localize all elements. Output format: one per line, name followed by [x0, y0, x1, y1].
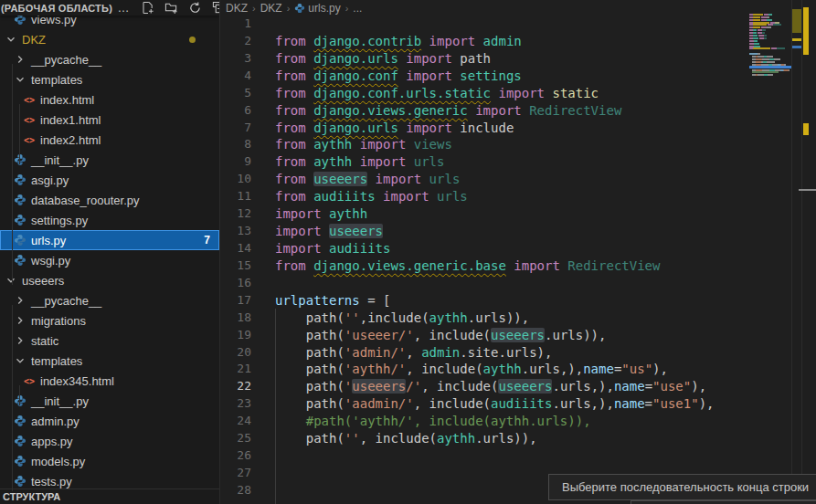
- tree-item-useeers[interactable]: useeers: [0, 270, 219, 290]
- tree-item-label: index345.html: [40, 374, 114, 388]
- scrollbar-slider-edge[interactable]: [799, 189, 816, 191]
- line-content: path('useeers/', include(useeers.urls,),…: [251, 378, 706, 395]
- tree-item-__init__.py[interactable]: __init__.py: [0, 391, 219, 411]
- vscode-window: (РАБОЧАЯ ОБЛАСТЬ) … views.pyDKZ__pycache…: [0, 0, 816, 504]
- line-content: import aythh: [251, 205, 367, 223]
- tree-item-settings.py[interactable]: settings.py: [0, 210, 219, 230]
- line-content: path('aadmin/', include(audiiits.urls,),…: [251, 395, 714, 413]
- line-number: 15: [220, 257, 251, 275]
- new-file-icon[interactable]: [140, 1, 155, 16]
- code-line-14[interactable]: 14import audiiits: [220, 240, 789, 257]
- python-icon: [13, 152, 27, 167]
- tree-item-migrations[interactable]: migrations: [0, 310, 219, 331]
- code-line-8[interactable]: 8from aythh import views: [220, 136, 789, 153]
- code-line-13[interactable]: 13import useeers: [220, 223, 789, 240]
- outline-section-header[interactable]: СТРУКТУРА: [0, 488, 219, 504]
- line-number: 26: [220, 447, 251, 465]
- line-number: 2: [220, 33, 251, 50]
- tree-item-label: DKZ: [22, 33, 46, 47]
- code-line-20[interactable]: 20 path('admin/', admin.site.urls),: [220, 344, 789, 362]
- code-line-17[interactable]: 17urlpatterns = [: [220, 292, 789, 310]
- code-line-25[interactable]: 25 path('', include(aythh.urls)),: [220, 430, 789, 447]
- line-content: [251, 465, 275, 482]
- tree-item-label: wsgi.py: [31, 254, 70, 268]
- minimap[interactable]: [749, 11, 791, 99]
- code-line-2[interactable]: 2from django.contrib import admin: [220, 33, 789, 50]
- tree-item-templates[interactable]: templates: [0, 351, 219, 371]
- code-line-22[interactable]: 22 path('useeers/', include(useeers.urls…: [220, 378, 789, 395]
- code-line-3[interactable]: 3from django.urls import path: [220, 50, 789, 68]
- breadcrumb-item-DKZ[interactable]: DKZ: [260, 2, 282, 15]
- breadcrumb-item-...[interactable]: ...: [353, 2, 362, 15]
- more-actions-icon[interactable]: …: [116, 1, 132, 16]
- tree-item-urls.py[interactable]: urls.py7: [0, 230, 219, 250]
- html-icon: <>: [22, 112, 37, 127]
- overview-ruler-warning-marker[interactable]: [803, 7, 809, 55]
- tree-item-__pycache__[interactable]: __pycache__: [0, 49, 219, 69]
- tree-item-views.py[interactable]: views.py: [0, 15, 219, 29]
- line-content: from django.urls import include: [251, 120, 514, 137]
- tree-item-admin.py[interactable]: admin.py: [0, 411, 219, 431]
- chevron-right-icon: [13, 293, 27, 308]
- line-content: from aythh import urls: [251, 153, 444, 171]
- tree-item-models.py[interactable]: models.py: [0, 451, 219, 471]
- python-icon: [13, 474, 27, 488]
- explorer-sidebar: (РАБОЧАЯ ОБЛАСТЬ) … views.pyDKZ__pycache…: [0, 0, 220, 504]
- breadcrumb-separator: ›: [344, 3, 351, 14]
- tree-item-label: settings.py: [31, 214, 88, 227]
- code-line-23[interactable]: 23 path('aadmin/', include(audiiits.urls…: [220, 395, 789, 413]
- code-line-16[interactable]: 16: [220, 275, 789, 292]
- tree-item-__pycache__[interactable]: __pycache__: [0, 290, 219, 310]
- code-line-11[interactable]: 11from audiiits import urls: [220, 188, 789, 205]
- breadcrumb: DKZ›DKZ›urls.py›...: [220, 0, 816, 16]
- python-icon: [13, 414, 27, 428]
- tree-item-static[interactable]: static: [0, 331, 219, 351]
- code-line-12[interactable]: 12import aythh: [220, 205, 789, 223]
- code-line-26[interactable]: 26: [220, 447, 789, 465]
- code-line-18[interactable]: 18 path('',include(aythh.urls)),: [220, 310, 789, 327]
- tree-item-index345.html[interactable]: <>index345.html: [0, 371, 219, 391]
- refresh-icon[interactable]: [187, 1, 203, 16]
- code-line-19[interactable]: 19 path('useeer/', include(useeers.urls)…: [220, 327, 789, 344]
- code-area[interactable]: 12from django.contrib import admin3from …: [220, 16, 789, 499]
- overview-ruler-warning-marker[interactable]: [803, 123, 809, 135]
- tree-item-wsgi.py[interactable]: wsgi.py: [0, 250, 219, 270]
- breadcrumb-item-urls.py[interactable]: urls.py: [308, 2, 340, 15]
- editor-pane: DKZ›DKZ›urls.py›... 12from django.contri…: [220, 0, 816, 504]
- tree-item-__init__.py[interactable]: __init__.py: [0, 150, 219, 170]
- outline-header-label: СТРУКТУРА: [3, 491, 60, 502]
- tree-item-asgi.py[interactable]: asgi.py: [0, 170, 219, 190]
- breadcrumb-item-DKZ[interactable]: DKZ: [226, 2, 248, 15]
- tree-item-apps.py[interactable]: apps.py: [0, 431, 219, 451]
- tree-item-DKZ[interactable]: DKZ: [0, 29, 219, 49]
- tree-item-label: index2.html: [40, 133, 101, 147]
- code-line-21[interactable]: 21 path('aythh/', include(aythh.urls,),n…: [220, 361, 789, 378]
- code-line-9[interactable]: 9from aythh import urls: [220, 153, 789, 171]
- line-content: #path('aythh/', include(aythh.urls)),: [251, 413, 591, 430]
- code-line-7[interactable]: 7from django.urls import include: [220, 120, 789, 137]
- tree-item-templates[interactable]: templates: [0, 69, 219, 89]
- code-line-4[interactable]: 4from django.conf import settings: [220, 68, 789, 85]
- code-line-24[interactable]: 24 #path('aythh/', include(aythh.urls)),: [220, 413, 789, 430]
- new-folder-icon[interactable]: [164, 1, 179, 16]
- tree-item-index2.html[interactable]: <>index2.html: [0, 130, 219, 150]
- code-line-15[interactable]: 15from django.views.generic.base import …: [220, 257, 789, 275]
- tree-item-label: templates: [31, 73, 82, 87]
- tree-item-database_roouter.py[interactable]: database_roouter.py: [0, 190, 219, 210]
- line-number: 7: [220, 120, 251, 137]
- code-line-5[interactable]: 5from django.conf.urls.static import sta…: [220, 85, 789, 102]
- tree-item-label: templates: [31, 354, 82, 368]
- scrollbar-border: [801, 0, 802, 504]
- line-number: 10: [220, 171, 251, 188]
- code-line-10[interactable]: 10from useeers import urls: [220, 171, 789, 188]
- tree-item-index1.html[interactable]: <>index1.html: [0, 110, 219, 130]
- chevron-down-icon: [4, 32, 18, 47]
- explorer-section-header[interactable]: (РАБОЧАЯ ОБЛАСТЬ) …: [0, 0, 219, 16]
- tree-item-label: database_roouter.py: [31, 194, 140, 207]
- tree-item-index.html[interactable]: <>index.html: [0, 89, 219, 110]
- tree-item-label: asgi.py: [31, 173, 69, 187]
- code-line-1[interactable]: 1: [220, 16, 789, 33]
- collapse-folders-icon[interactable]: [211, 1, 220, 16]
- code-line-6[interactable]: 6from django.views.generic import Redire…: [220, 102, 789, 120]
- line-content: [251, 482, 275, 499]
